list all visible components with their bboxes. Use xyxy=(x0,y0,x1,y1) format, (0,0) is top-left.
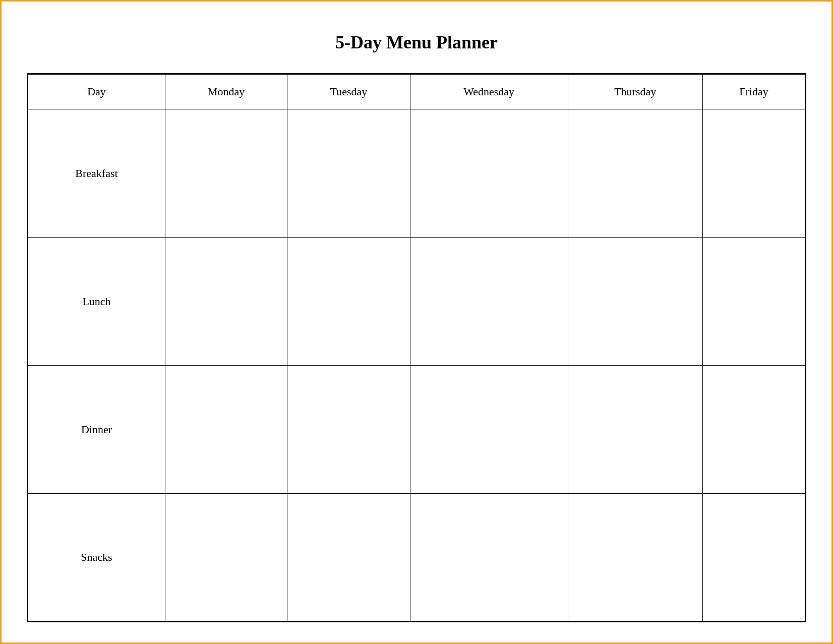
header-thursday: Thursday xyxy=(568,74,702,109)
cell-snacks-wednesday[interactable] xyxy=(410,494,568,622)
row-lunch: Lunch xyxy=(28,238,806,366)
header-monday: Monday xyxy=(165,74,287,109)
cell-dinner-wednesday[interactable] xyxy=(410,366,568,494)
cell-snacks-friday[interactable] xyxy=(702,494,805,622)
meal-snacks: Snacks xyxy=(28,494,165,622)
header-friday: Friday xyxy=(702,74,805,109)
cell-lunch-monday[interactable] xyxy=(165,238,287,366)
meal-breakfast: Breakfast xyxy=(28,109,165,238)
planner-table: Day Monday Tuesday Wednesday Thursday Fr… xyxy=(27,73,806,622)
header-day: Day xyxy=(28,74,165,109)
header-row: Day Monday Tuesday Wednesday Thursday Fr… xyxy=(28,74,806,109)
meal-dinner: Dinner xyxy=(28,366,165,494)
cell-breakfast-friday[interactable] xyxy=(702,109,805,238)
row-breakfast: Breakfast xyxy=(28,109,806,238)
header-tuesday: Tuesday xyxy=(287,74,410,109)
row-snacks: Snacks xyxy=(28,494,806,622)
meal-lunch: Lunch xyxy=(28,238,165,366)
cell-snacks-monday[interactable] xyxy=(165,494,287,622)
cell-breakfast-thursday[interactable] xyxy=(568,109,702,238)
cell-dinner-tuesday[interactable] xyxy=(287,366,410,494)
cell-snacks-tuesday[interactable] xyxy=(287,494,410,622)
cell-dinner-friday[interactable] xyxy=(702,366,805,494)
cell-breakfast-wednesday[interactable] xyxy=(410,109,568,238)
cell-dinner-thursday[interactable] xyxy=(568,366,702,494)
cell-breakfast-tuesday[interactable] xyxy=(287,109,410,238)
cell-dinner-monday[interactable] xyxy=(165,366,287,494)
row-dinner: Dinner xyxy=(28,366,806,494)
cell-breakfast-monday[interactable] xyxy=(165,109,287,238)
header-wednesday: Wednesday xyxy=(410,74,568,109)
cell-lunch-wednesday[interactable] xyxy=(410,238,568,366)
cell-lunch-friday[interactable] xyxy=(702,238,805,366)
cell-lunch-tuesday[interactable] xyxy=(287,238,410,366)
cell-lunch-thursday[interactable] xyxy=(568,238,702,366)
page-title: 5-Day Menu Planner xyxy=(335,32,498,53)
cell-snacks-thursday[interactable] xyxy=(568,494,702,622)
